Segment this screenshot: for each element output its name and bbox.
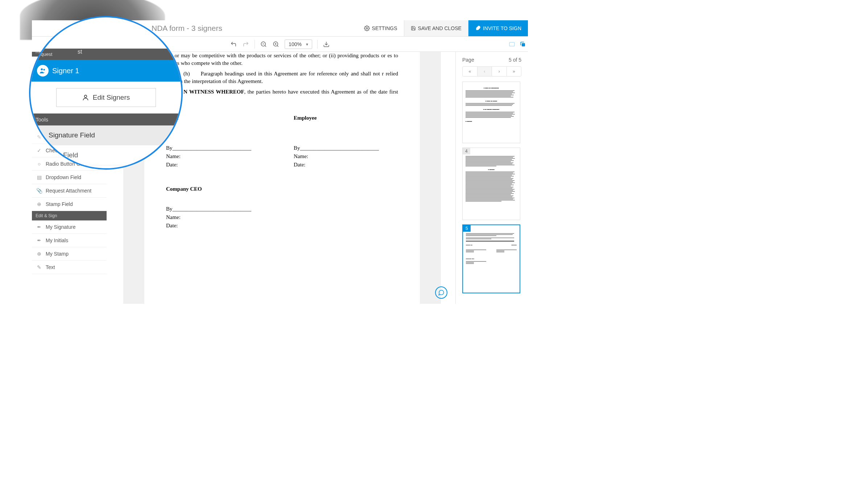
- feather-icon: [475, 25, 481, 31]
- zoom-out-icon[interactable]: [260, 41, 267, 48]
- prev-page-button[interactable]: ‹: [478, 67, 492, 76]
- dropdown-icon: ▤: [36, 174, 42, 180]
- doc-paragraph: are or may be competitive with the produ…: [166, 52, 398, 67]
- signature-field-tool[interactable]: Signature Field: [30, 125, 181, 145]
- svg-rect-9: [509, 42, 514, 46]
- svg-point-12: [43, 69, 45, 71]
- by-line: By_____________________________: [166, 144, 270, 152]
- page-count: 5 of 5: [509, 57, 521, 63]
- svg-line-5: [277, 45, 278, 46]
- next-page-button[interactable]: ›: [492, 67, 507, 76]
- svg-rect-10: [522, 43, 525, 46]
- initials-icon: ✎: [36, 134, 42, 140]
- attachment-tool[interactable]: 📎 Request Attachment: [32, 184, 107, 198]
- radio-icon: ○: [36, 161, 42, 167]
- svg-point-0: [366, 28, 368, 29]
- chevron-down-icon: ▼: [305, 42, 309, 46]
- page-label: Page: [462, 57, 474, 63]
- last-page-button[interactable]: »: [507, 67, 521, 76]
- name-line: Name:: [166, 214, 270, 221]
- witness-bold: N WITNESS WHEREOF: [183, 89, 244, 95]
- my-initials-tool[interactable]: ✒ My Initials: [32, 234, 107, 247]
- date-line: Date:: [166, 222, 270, 230]
- save-close-label: SAVE AND CLOSE: [418, 25, 462, 31]
- check-icon: ✓: [36, 148, 42, 153]
- signer-selector[interactable]: Signer 1: [30, 60, 181, 82]
- tools-header: Tools: [30, 113, 181, 125]
- people-icon: [37, 65, 49, 77]
- redo-icon[interactable]: [242, 41, 249, 48]
- document-page: are or may be competitive with the produ…: [144, 52, 420, 304]
- gear-icon: [364, 25, 370, 31]
- attachment-label: Request Attachment: [46, 188, 91, 194]
- my-initials-label: My Initials: [46, 237, 68, 243]
- dropdown-label: Dropdown Field: [46, 174, 81, 180]
- svg-point-11: [41, 69, 43, 71]
- hr-signer-label: y HR: [166, 114, 270, 122]
- page-nav: « ‹ › »: [462, 66, 521, 77]
- help-chat-button[interactable]: [435, 286, 447, 299]
- download-icon[interactable]: [323, 41, 330, 48]
- pen-icon: ✒: [36, 237, 42, 243]
- page-thumbnail-5[interactable]: 5 ■■■■■ ■■■■■■■■ ■■■■■■ ■■■: [462, 224, 520, 293]
- settings-label: SETTINGS: [372, 25, 397, 31]
- svg-line-2: [265, 45, 266, 46]
- stamp-icon: ⊕: [36, 201, 42, 207]
- my-stamp-tool[interactable]: ⊕ My Stamp: [32, 247, 107, 261]
- stamp-field-tool[interactable]: ⊕ Stamp Field: [32, 198, 107, 211]
- pen-icon: ✒: [36, 224, 42, 230]
- magnifier-overlay: Request st Signer 1 Edit Signers Tools S…: [29, 16, 183, 170]
- zoom-level-select[interactable]: 100% ▼: [285, 40, 312, 49]
- stamp-icon: ⊕: [36, 251, 42, 257]
- invite-to-sign-button[interactable]: INVITE TO SIGN: [468, 20, 528, 36]
- my-stamp-label: My Stamp: [46, 251, 69, 257]
- first-page-button[interactable]: «: [463, 67, 478, 76]
- by-line: By_____________________________: [166, 205, 270, 213]
- signature-field-label: Signature Field: [49, 131, 95, 139]
- svg-point-13: [84, 95, 87, 98]
- signer-label: Signer 1: [52, 67, 79, 75]
- dropdown-field-tool[interactable]: ▤ Dropdown Field: [32, 171, 107, 184]
- date-line: Date:: [294, 161, 398, 169]
- edit-text-tool[interactable]: ✎ Text: [32, 261, 107, 274]
- edit-text-label: Text: [46, 264, 55, 270]
- thumb-number: 5: [463, 225, 471, 232]
- my-signature-label: My Signature: [46, 224, 75, 230]
- invite-label: INVITE TO SIGN: [483, 25, 521, 31]
- doc-paragraph: (h) Paragraph headings used in this Agre…: [166, 70, 398, 85]
- copy-icon[interactable]: [519, 41, 526, 48]
- my-signature-tool[interactable]: ✒ My Signature: [32, 220, 107, 234]
- zoom-in-icon[interactable]: [272, 41, 280, 48]
- document-title[interactable]: NDA form - 3 signers: [152, 24, 222, 33]
- employee-signer-label: Employee: [294, 114, 398, 122]
- save-and-close-button[interactable]: SAVE AND CLOSE: [404, 20, 468, 36]
- user-icon: [82, 94, 89, 101]
- text-icon: ✎: [36, 264, 42, 270]
- date-line: Date:: [166, 161, 270, 169]
- undo-icon[interactable]: [230, 41, 237, 48]
- request-header: Request st: [30, 49, 181, 60]
- page-thumbnail-4[interactable]: 4 ■ ■■■■■■: [462, 148, 520, 220]
- doc-paragraph: N WITNESS WHEREOF, the parties hereto ha…: [166, 88, 398, 103]
- edit-signers-label: Edit Signers: [93, 94, 130, 102]
- edit-sign-header: Edit & Sign: [32, 211, 107, 220]
- stamp-label: Stamp Field: [46, 201, 73, 207]
- save-icon: [411, 26, 416, 31]
- thumb-number: 4: [463, 148, 470, 154]
- name-line: Name:: [294, 153, 398, 160]
- edit-signers-button[interactable]: Edit Signers: [56, 88, 156, 107]
- fit-width-icon[interactable]: [508, 41, 516, 48]
- ceo-signer-label: Company CEO: [166, 185, 270, 193]
- zoom-value: 100%: [289, 41, 302, 47]
- page-thumbnail-3[interactable]: ■ ■■■■ ■■ ■■■■■■■■■ ■ ■■■■ ■■ ■■■■■ ■ ■■…: [462, 82, 520, 143]
- by-line: By_____________________________: [294, 144, 398, 152]
- paperclip-icon: 📎: [36, 188, 42, 194]
- settings-button[interactable]: SETTINGS: [357, 20, 404, 36]
- page-thumbnail-panel: Page 5 of 5 « ‹ › » ■ ■■■■ ■■ ■■■■■■■■■ …: [455, 52, 528, 304]
- name-line: Name:: [166, 153, 270, 160]
